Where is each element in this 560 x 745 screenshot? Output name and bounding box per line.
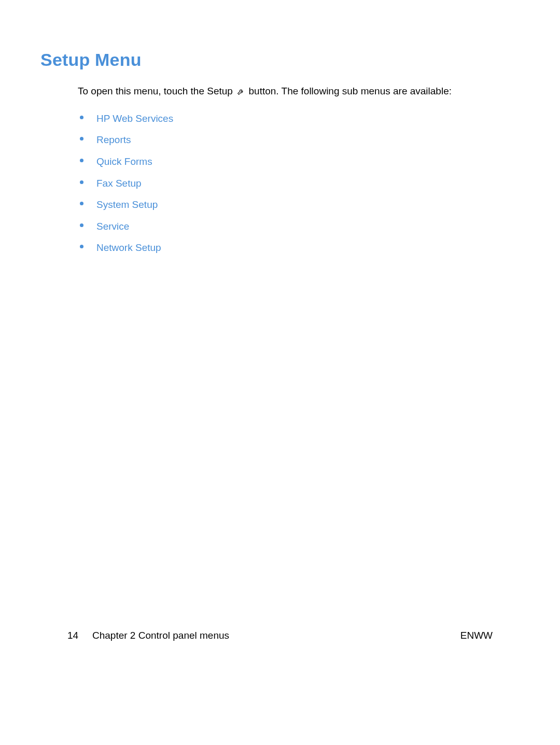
page-title: Setup Menu bbox=[40, 50, 493, 70]
link-reports[interactable]: Reports bbox=[96, 134, 131, 145]
intro-text-suffix: button. The following sub menus are avai… bbox=[246, 86, 452, 96]
chapter-label: Chapter 2 Control panel menus bbox=[92, 630, 229, 641]
link-service[interactable]: Service bbox=[96, 221, 129, 232]
page-footer: 14 Chapter 2 Control panel menus ENWW bbox=[67, 630, 493, 641]
document-page: Setup Menu To open this menu, touch the … bbox=[0, 0, 560, 745]
list-item: Network Setup bbox=[78, 241, 493, 255]
footer-left: 14 Chapter 2 Control panel menus bbox=[67, 630, 229, 641]
link-hp-web-services[interactable]: HP Web Services bbox=[96, 113, 173, 124]
page-number: 14 bbox=[67, 630, 82, 641]
list-item: Reports bbox=[78, 133, 493, 147]
link-quick-forms[interactable]: Quick Forms bbox=[96, 156, 152, 167]
submenu-list: HP Web Services Reports Quick Forms Fax … bbox=[78, 112, 493, 255]
list-item: Service bbox=[78, 220, 493, 233]
link-system-setup[interactable]: System Setup bbox=[96, 199, 158, 210]
list-item: System Setup bbox=[78, 198, 493, 212]
list-item: Quick Forms bbox=[78, 155, 493, 168]
intro-text-prefix: To open this menu, touch the Setup bbox=[78, 86, 235, 96]
link-fax-setup[interactable]: Fax Setup bbox=[96, 178, 142, 189]
link-network-setup[interactable]: Network Setup bbox=[96, 242, 161, 253]
footer-right: ENWW bbox=[460, 630, 493, 641]
intro-paragraph: To open this menu, touch the Setup butto… bbox=[78, 85, 493, 100]
list-item: Fax Setup bbox=[78, 177, 493, 190]
list-item: HP Web Services bbox=[78, 112, 493, 125]
setup-wrench-icon bbox=[236, 86, 245, 100]
